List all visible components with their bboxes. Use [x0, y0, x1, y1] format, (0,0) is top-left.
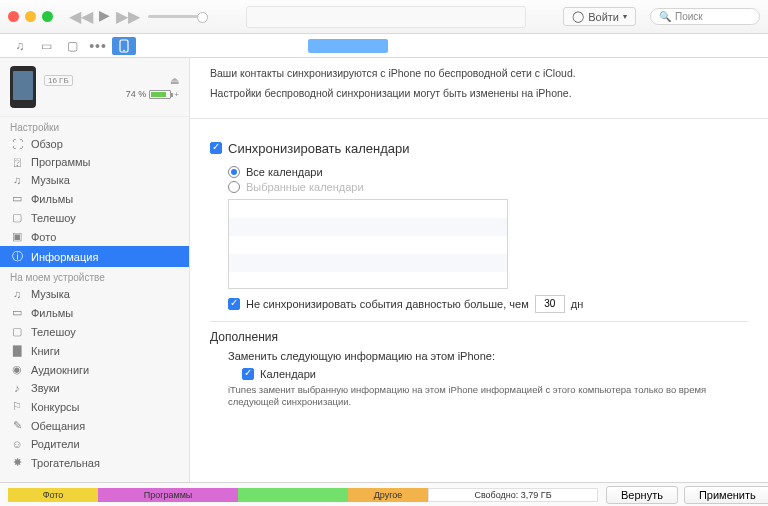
capacity-segment-2 — [238, 488, 348, 502]
revert-button[interactable]: Вернуть — [606, 486, 678, 504]
selected-calendars-row[interactable]: Выбранные календари — [228, 181, 748, 193]
sidebar-item-label: Аудиокниги — [31, 364, 89, 376]
all-calendars-row[interactable]: Все календари — [228, 166, 748, 178]
battery-pct: 74 % — [126, 89, 147, 99]
capacity-segment-1: Программы — [98, 488, 238, 502]
sidebar-item-label: Родители — [31, 438, 80, 450]
selected-calendars-radio[interactable] — [228, 181, 240, 193]
svg-point-1 — [123, 49, 125, 51]
sidebar-icon: ▢ — [10, 325, 24, 338]
all-calendars-label: Все календари — [246, 166, 323, 178]
now-playing — [246, 6, 526, 28]
sidebar-icon: ✸ — [10, 456, 24, 469]
capacity-segment-4: Свободно: 3,79 ГБ — [428, 488, 598, 502]
media-tabs: ♫ ▭ ▢ ••• — [0, 34, 768, 58]
tab-tv[interactable]: ▢ — [60, 37, 84, 55]
titlebar: ◀◀ ▶ ▶▶ ◯ Войти ▾ 🔍 Поиск — [0, 0, 768, 34]
search-placeholder: Поиск — [675, 11, 703, 22]
window-controls — [8, 11, 53, 22]
sidebar-settings-item-0[interactable]: ⛶Обзор — [0, 135, 189, 153]
sidebar-item-label: Телешоу — [31, 326, 76, 338]
sidebar-item-label: Фильмы — [31, 307, 73, 319]
sidebar-device-item-0[interactable]: ♫Музыка — [0, 285, 189, 303]
sidebar-settings-item-5[interactable]: ▣Фото — [0, 227, 189, 246]
older-events-checkbox[interactable] — [228, 298, 240, 310]
signin-button[interactable]: ◯ Войти ▾ — [563, 7, 636, 26]
sidebar-item-label: Трогательная — [31, 457, 100, 469]
sidebar-icon: ♪ — [10, 382, 24, 394]
apply-button[interactable]: Применить — [684, 486, 768, 504]
sidebar-icon: ▇ — [10, 344, 24, 357]
volume-slider[interactable] — [148, 15, 208, 18]
nav-arrows: ◀◀ ▶ ▶▶ — [69, 7, 140, 26]
sidebar-settings-item-4[interactable]: ▢Телешоу — [0, 208, 189, 227]
play-icon[interactable]: ▶ — [99, 7, 110, 26]
sync-calendars-label: Синхронизировать календари — [228, 141, 409, 156]
content-pane: Ваши контакты синхронизируются с iPhone … — [190, 58, 768, 482]
battery-icon — [149, 90, 171, 99]
eject-icon[interactable]: ⏏ — [170, 75, 179, 86]
sidebar-settings-item-3[interactable]: ▭Фильмы — [0, 189, 189, 208]
selected-calendars-label: Выбранные календари — [246, 181, 364, 193]
sidebar-settings-item-1[interactable]: ⍰Программы — [0, 153, 189, 171]
sidebar-settings-item-2[interactable]: ♫Музыка — [0, 171, 189, 189]
sidebar-device-item-4[interactable]: ◉Аудиокниги — [0, 360, 189, 379]
sidebar-device-item-5[interactable]: ♪Звуки — [0, 379, 189, 397]
tab-more[interactable]: ••• — [86, 37, 110, 55]
search-icon: 🔍 — [659, 11, 671, 22]
zoom-icon[interactable] — [42, 11, 53, 22]
apps-icon: ⍰ — [10, 156, 24, 168]
icloud-info-1: Ваши контакты синхронизируются с iPhone … — [210, 66, 748, 82]
capacity-segment-0: Фото — [8, 488, 98, 502]
replace-calendars-checkbox[interactable] — [242, 368, 254, 380]
sidebar-icon: ▢ — [10, 211, 24, 224]
forward-icon[interactable]: ▶▶ — [116, 7, 140, 26]
sidebar-device-item-7[interactable]: ✎Обещания — [0, 416, 189, 435]
capacity-segment-3: Другое — [348, 488, 428, 502]
minimize-icon[interactable] — [25, 11, 36, 22]
sidebar-settings-item-6[interactable]: ⓘИнформация — [0, 246, 189, 267]
older-days-unit: дн — [571, 298, 584, 310]
replace-label: Заменить следующую информацию на этом iP… — [228, 350, 748, 362]
tab-device[interactable] — [112, 37, 136, 55]
all-calendars-radio[interactable] — [228, 166, 240, 178]
sidebar-item-label: Обзор — [31, 138, 63, 150]
sidebar-device-item-3[interactable]: ▇Книги — [0, 341, 189, 360]
replace-note: iTunes заменит выбранную информацию на э… — [228, 384, 748, 409]
sidebar-icon: ♫ — [10, 174, 24, 186]
sidebar-icon: ▭ — [10, 306, 24, 319]
bottom-bar: ФотоПрограммыДругоеСвободно: 3,79 ГБ Вер… — [0, 482, 768, 506]
sidebar-item-label: Звуки — [31, 382, 60, 394]
back-icon[interactable]: ◀◀ — [69, 7, 93, 26]
sync-calendars-checkbox[interactable] — [210, 142, 222, 154]
sidebar-item-label: Телешоу — [31, 212, 76, 224]
sidebar-device-item-6[interactable]: ⚐Конкурсы — [0, 397, 189, 416]
sidebar: 16 ГБ ⏏ 74 % + Настройки ⛶Обзор⍰Программ… — [0, 58, 190, 482]
icloud-info-2: Настройки беспроводной синхронизации мог… — [210, 86, 748, 102]
chevron-down-icon: ▾ — [623, 12, 627, 21]
charging-icon: + — [174, 90, 179, 99]
device-name-pill[interactable] — [308, 39, 388, 53]
sidebar-item-label: Программы — [31, 156, 90, 168]
sidebar-device-item-9[interactable]: ✸Трогательная — [0, 453, 189, 472]
tab-movies[interactable]: ▭ — [34, 37, 58, 55]
sidebar-icon: ⛶ — [10, 138, 24, 150]
sidebar-icon: ♫ — [10, 288, 24, 300]
sidebar-device-item-8[interactable]: ☺Родители — [0, 435, 189, 453]
search-input[interactable]: 🔍 Поиск — [650, 8, 760, 25]
close-icon[interactable] — [8, 11, 19, 22]
sidebar-item-label: Фото — [31, 231, 56, 243]
sidebar-icon: ☺ — [10, 438, 24, 450]
sidebar-icon: ⚐ — [10, 400, 24, 413]
sidebar-section-device: На моем устройстве — [0, 267, 189, 285]
device-thumbnail-icon — [10, 66, 36, 108]
sidebar-device-item-1[interactable]: ▭Фильмы — [0, 303, 189, 322]
older-days-input[interactable] — [535, 295, 565, 313]
calendar-listbox[interactable] — [228, 199, 508, 289]
capacity-bar: ФотоПрограммыДругоеСвободно: 3,79 ГБ — [0, 488, 606, 502]
tab-music[interactable]: ♫ — [8, 37, 32, 55]
sidebar-icon: ✎ — [10, 419, 24, 432]
sidebar-item-label: Информация — [31, 251, 98, 263]
sidebar-device-item-2[interactable]: ▢Телешоу — [0, 322, 189, 341]
older-events-label: Не синхронизировать события давностью бо… — [246, 298, 529, 310]
